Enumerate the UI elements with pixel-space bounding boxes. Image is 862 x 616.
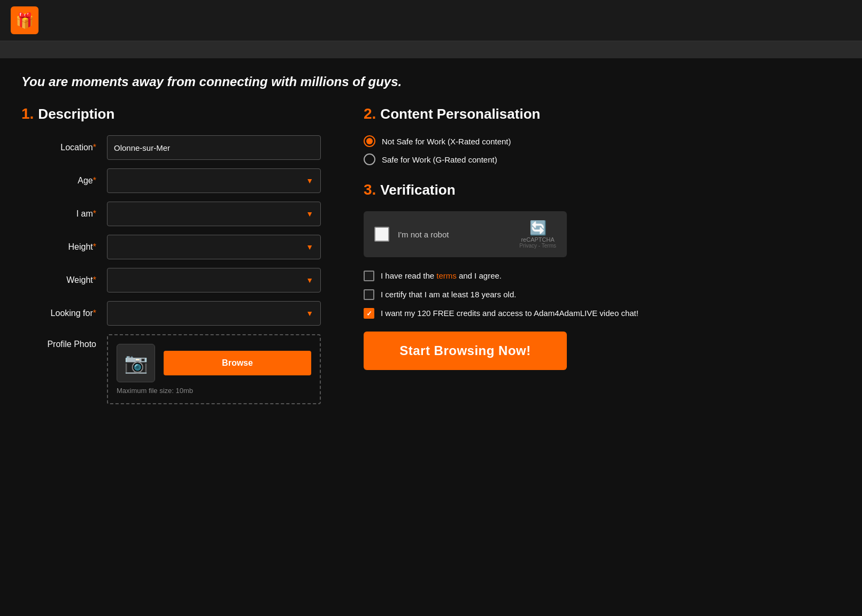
section2-label: Content Personalisation (380, 106, 540, 122)
section2-title: 2. Content Personalisation (364, 105, 841, 122)
radio-sfw-circle (364, 153, 375, 165)
height-row: Height* ▼ (21, 235, 321, 259)
camera-icon: 📷 (117, 344, 155, 382)
checkmark-icon: ✓ (366, 310, 372, 318)
recaptcha-box[interactable]: I'm not a robot 🔄 reCAPTCHA Privacy - Te… (364, 211, 567, 257)
height-select[interactable] (107, 235, 321, 259)
verification-section: 3. Verification I'm not a robot 🔄 reCAPT… (364, 181, 841, 370)
location-input[interactable] (107, 135, 321, 160)
terms-link[interactable]: terms (436, 271, 457, 280)
terms-checkbox-label: I have read the terms and I agree. (381, 270, 502, 281)
section3-number: 3. (364, 181, 376, 198)
header: 🎁 (0, 0, 862, 41)
credits-checkbox[interactable]: ✓ (364, 308, 374, 319)
content-radio-group: Not Safe for Work (X-Rated content) Safe… (364, 135, 841, 165)
left-column: 1. Description Location* Age* (21, 105, 321, 413)
agreement-checkbox-group: I have read the terms and I agree. I cer… (364, 270, 841, 319)
credits-checkbox-item[interactable]: ✓ I want my 120 FREE credits and access … (364, 307, 841, 319)
section1-number: 1. (21, 105, 34, 122)
recaptcha-logo-icon: 🔄 (529, 220, 547, 236)
terms-checkbox-item[interactable]: I have read the terms and I agree. (364, 270, 841, 281)
main-content: You are moments away from connecting wit… (0, 58, 862, 429)
i-am-row: I am* ▼ (21, 202, 321, 226)
content-personalisation-section: 2. Content Personalisation Not Safe for … (364, 105, 841, 165)
radio-nsfw-dot (366, 138, 373, 144)
logo-icon: 🎁 (16, 12, 34, 29)
radio-sfw-label: Safe for Work (G-Rated content) (382, 155, 497, 164)
photo-upload-area: 📷 Browse Maximum file size: 10mb (107, 334, 321, 404)
age-row: Age* ▼ (21, 168, 321, 193)
terms-checkbox[interactable] (364, 271, 374, 281)
height-label: Height* (21, 242, 107, 252)
tagline: You are moments away from connecting wit… (21, 74, 841, 89)
looking-for-row: Looking for* ▼ (21, 301, 321, 326)
start-browsing-button[interactable]: Start Browsing Now! (364, 332, 567, 370)
age-checkbox[interactable] (364, 289, 374, 300)
credits-checkbox-label: I want my 120 FREE credits and access to… (381, 307, 638, 319)
weight-row: Weight* ▼ (21, 268, 321, 292)
i-am-select-wrapper: ▼ (107, 202, 321, 226)
file-size-note: Maximum file size: 10mb (117, 387, 193, 395)
height-select-wrapper: ▼ (107, 235, 321, 259)
promo-bar (0, 41, 862, 58)
browse-button[interactable]: Browse (164, 351, 311, 375)
location-required: * (93, 143, 96, 152)
section3-label: Verification (380, 182, 455, 198)
looking-for-select[interactable] (107, 301, 321, 326)
age-checkbox-label: I certify that I am at least 18 years ol… (381, 289, 516, 300)
section3-title: 3. Verification (364, 181, 841, 198)
photo-upload-inner: 📷 Browse (117, 344, 311, 382)
section2-number: 2. (364, 105, 376, 122)
age-select-wrapper: ▼ (107, 168, 321, 193)
weight-select-wrapper: ▼ (107, 268, 321, 292)
section1-title: 1. Description (21, 105, 321, 122)
weight-select[interactable] (107, 268, 321, 292)
logo[interactable]: 🎁 (11, 6, 39, 34)
recaptcha-brand-label: reCAPTCHA (519, 236, 556, 243)
captcha-right: 🔄 reCAPTCHA Privacy - Terms (519, 220, 556, 249)
looking-for-label: Looking for* (21, 309, 107, 318)
weight-label: Weight* (21, 275, 107, 285)
right-column: 2. Content Personalisation Not Safe for … (364, 105, 841, 413)
profile-photo-row: Profile Photo 📷 Browse Maximum file size… (21, 334, 321, 404)
radio-nsfw-label: Not Safe for Work (X-Rated content) (382, 137, 511, 146)
location-row: Location* (21, 135, 321, 160)
radio-sfw[interactable]: Safe for Work (G-Rated content) (364, 153, 841, 165)
age-checkbox-item[interactable]: I certify that I am at least 18 years ol… (364, 289, 841, 300)
profile-photo-label: Profile Photo (21, 334, 107, 349)
location-label: Location* (21, 143, 107, 152)
age-select[interactable] (107, 168, 321, 193)
i-am-select[interactable] (107, 202, 321, 226)
radio-nsfw-circle (364, 135, 375, 147)
captcha-left: I'm not a robot (374, 227, 449, 242)
recaptcha-links: Privacy - Terms (519, 243, 556, 249)
looking-for-select-wrapper: ▼ (107, 301, 321, 326)
section1-label: Description (38, 106, 114, 122)
two-columns-layout: 1. Description Location* Age* (21, 105, 841, 413)
radio-nsfw[interactable]: Not Safe for Work (X-Rated content) (364, 135, 841, 147)
age-label: Age* (21, 176, 107, 186)
captcha-checkbox[interactable] (374, 227, 389, 242)
i-am-label: I am* (21, 209, 107, 219)
captcha-text: I'm not a robot (398, 230, 449, 239)
